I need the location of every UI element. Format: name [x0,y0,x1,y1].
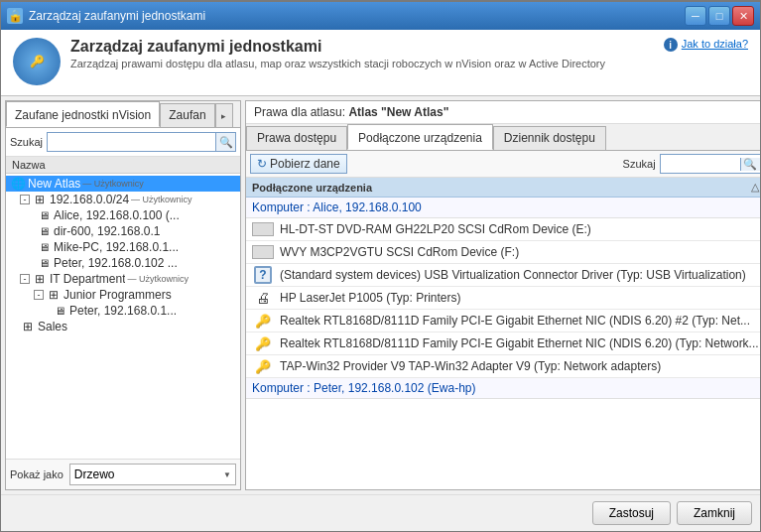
expand-subnet[interactable]: - [20,195,30,204]
tree-label: Sales [38,320,67,333]
device-label: TAP-Win32 Provider V9 TAP-Win32 Adapter … [280,359,759,373]
show-as-row: Pokaż jako Drzewo ▼ [6,459,240,489]
tree-item-dir600[interactable]: 🖥 dir-600, 192.168.0.1 [6,223,240,239]
help-link[interactable]: Jak to działa? [682,38,748,50]
device-label: HP LaserJet P1005 (Typ: Printers) [280,291,759,305]
titlebar: 🔒 Zarządzaj zaufanymi jednostkami ─ □ ✕ [1,2,760,30]
right-tabs-bar: Prawa dostępu Podłączone urządzenia Dzie… [246,124,760,151]
group-icon: ⊞ [46,288,62,302]
network-adapter-icon: 🔑 [252,313,274,329]
computer-header-peter: Komputer : Peter, 192.168.0.102 (Ewa-hp) [246,378,760,399]
help-area: i Jak to działa? [664,38,748,52]
device-item-nic2[interactable]: 🔑 Realtek RTL8168D/8111D Family PCI-E Gi… [246,332,760,355]
tree-label: Junior Programmers [63,288,172,302]
device-label: HL-DT-ST DVD-RAM GH22LP20 SCSI CdRom Dev… [280,222,759,236]
tree-label: New Atlas [28,177,80,191]
refresh-icon: ↻ [257,157,267,171]
toolbar-search-button[interactable]: 🔍 [740,158,760,171]
chevron-down-icon: ▼ [223,470,231,479]
atlas-prefix: Prawa dla atlasu: [254,105,345,119]
device-label: Realtek RTL8168D/8111D Family PCI-E Giga… [280,314,759,328]
page-title: Zarządzaj zaufanymi jednostkami [70,38,664,56]
tree-item-subnet[interactable]: - ⊞ 192.168.0.0/24 — Użytkownicy [6,192,240,207]
tree-label: dir-600, 192.168.0.1 [54,224,160,238]
devices-column-header: Podłączone urządzenia △ [246,178,760,198]
header-logo: 🔑 [13,38,61,85]
info-icon: i [664,38,678,52]
unknown-device-icon: ? [254,266,272,284]
printer-icon: 🖨 [252,290,274,306]
tree-label: Peter, 192.168.0.1... [69,304,177,318]
search-row: Szukaj 🔍 [6,128,240,157]
apply-button[interactable]: Zastosuj [592,501,671,525]
left-panel: Zaufane jednostki nVision Zaufan ▸ Szuka… [5,100,241,490]
device-label: Realtek RTL8168D/8111D Family PCI-E Giga… [280,336,759,350]
devices-label: Podłączone urządzenia [252,182,751,194]
device-item-printer[interactable]: 🖨 HP LaserJet P1005 (Typ: Printers) [246,287,760,310]
search-button[interactable]: 🔍 [215,133,235,151]
footer: Zastosuj Zamknij [1,494,760,531]
tree-item-juniorprog[interactable]: - ⊞ Junior Programmers [6,287,240,303]
window-icon: 🔒 [7,8,23,24]
network-icon: ⊞ [32,193,48,206]
tree-item-peter[interactable]: 🖥 Peter, 192.168.0.102 ... [6,255,240,271]
device-label: WVY M3CP2VGTU SCSI CdRom Device (F:) [280,245,759,259]
logo-icon: 🔑 [30,55,45,68]
computer-icon: 🖥 [36,256,52,270]
tab-access-log[interactable]: Dziennik dostępu [493,126,606,150]
page-subtitle: Zarządzaj prawami dostępu dla atlasu, ma… [70,58,664,69]
titlebar-buttons: ─ □ ✕ [685,6,754,26]
atlas-name: Atlas "New Atlas" [348,105,448,119]
close-button[interactable]: ✕ [732,6,754,26]
fetch-data-button[interactable]: ↻ Pobierz dane [250,154,347,174]
tree-label: IT Department [50,272,125,286]
device-label: (Standard system devices) USB Virtualiza… [280,268,759,282]
tab-connected-devices[interactable]: Podłączone urządzenia [347,124,493,150]
tree-item-sales[interactable]: ⊞ Sales [6,319,240,334]
network-adapter-icon: 🔑 [252,358,274,374]
devices-list[interactable]: Komputer : Alice, 192.168.0.100 HL-DT-ST… [246,198,760,489]
computer-header-alice: Komputer : Alice, 192.168.0.100 [246,198,760,218]
toolbar-search-container: 🔍 [660,154,760,174]
tree-item-peter-sub[interactable]: 🖥 Peter, 192.168.0.1... [6,303,240,319]
group-icon: ⊞ [20,320,36,333]
computer-icon: 🖥 [52,304,67,318]
device-item-dvd1[interactable]: HL-DT-ST DVD-RAM GH22LP20 SCSI CdRom Dev… [246,218,760,241]
header-text: Zarządzaj zaufanymi jednostkami Zarządza… [70,38,664,69]
users-badge: — Użytkownicy [127,274,189,284]
tab-access-rights[interactable]: Prawa dostępu [246,126,347,150]
expand-itdept[interactable]: - [20,274,30,284]
tree-item-mikepc[interactable]: 🖥 Mike-PC, 192.168.0.1... [6,239,240,255]
tree-container[interactable]: 🌐 New Atlas — Użytkownicy - ⊞ 192.168.0.… [6,174,240,459]
maximize-button[interactable]: □ [708,6,730,26]
show-as-label: Pokaż jako [10,468,63,480]
device-item-dvd2[interactable]: WVY M3CP2VGTU SCSI CdRom Device (F:) [246,241,760,264]
window-title: Zarządzaj zaufanymi jednostkami [29,9,685,23]
device-item-tap[interactable]: 🔑 TAP-Win32 Provider V9 TAP-Win32 Adapte… [246,355,760,378]
sort-icon[interactable]: △ [751,181,759,194]
dvd-drive-icon [252,222,274,236]
network-adapter-icon: 🔑 [252,335,274,351]
tree-label: Peter, 192.168.0.102 ... [54,256,178,270]
search-input-container: 🔍 [47,132,236,152]
device-item-usb[interactable]: ? (Standard system devices) USB Virtuali… [246,264,760,287]
tab-arrow[interactable]: ▸ [215,103,233,127]
expand-juniorprog[interactable]: - [34,290,44,300]
search-input[interactable] [48,133,215,151]
group-icon: ⊞ [32,272,48,286]
tree-item-alice[interactable]: 🖥 Alice, 192.168.0.100 (... [6,207,240,223]
close-button-footer[interactable]: Zamknij [677,501,752,525]
device-item-nic1[interactable]: 🔑 Realtek RTL8168D/8111D Family PCI-E Gi… [246,310,760,332]
right-panel: Prawa dla atlasu: Atlas "New Atlas" Praw… [245,100,760,490]
tab-trusted[interactable]: Zaufan [160,103,214,127]
tab-trusted-nvision[interactable]: Zaufane jednostki nVision [6,101,160,127]
tree-label: 192.168.0.0/24 [50,193,129,206]
computer-icon: 🖥 [36,208,52,222]
tree-item-newatlas[interactable]: 🌐 New Atlas — Użytkownicy [6,176,240,192]
show-as-dropdown[interactable]: Drzewo ▼ [69,464,236,485]
minimize-button[interactable]: ─ [685,6,706,26]
tree-item-itdept[interactable]: - ⊞ IT Department — Użytkownicy [6,271,240,287]
main-content: Zaufane jednostki nVision Zaufan ▸ Szuka… [1,96,760,494]
users-badge: — Użytkownicy [82,179,144,189]
toolbar-search-input[interactable] [661,158,740,170]
